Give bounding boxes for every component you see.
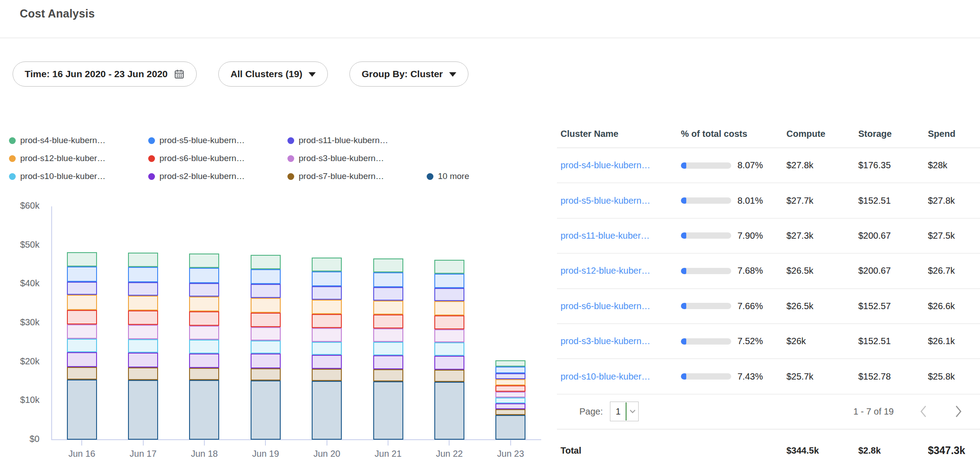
time-range-filter[interactable]: Time: 16 Jun 2020 - 23 Jun 2020 — [13, 61, 197, 87]
bar-segment[interactable] — [373, 315, 403, 328]
bar-segment[interactable] — [67, 367, 97, 380]
bar-segment[interactable] — [251, 313, 281, 327]
legend-item[interactable]: prod-s6-blue-kubern… — [148, 153, 287, 163]
bar-segment[interactable] — [434, 356, 464, 370]
bar-segment[interactable] — [312, 328, 342, 341]
bar-segment[interactable] — [67, 310, 97, 325]
bar-segment[interactable] — [312, 342, 342, 355]
bar-segment[interactable] — [128, 325, 158, 339]
bar-segment[interactable] — [251, 255, 281, 269]
bar-segment[interactable] — [67, 267, 97, 282]
bar-segment[interactable] — [128, 380, 158, 440]
bar-segment[interactable] — [189, 283, 219, 297]
bar-segment[interactable] — [251, 269, 281, 284]
legend-item[interactable]: prod-s3-blue-kubern… — [287, 153, 427, 163]
cluster-name-link[interactable]: prod-s11-blue-kuber… — [561, 231, 681, 241]
bar-segment[interactable] — [495, 373, 525, 379]
bar-segment[interactable] — [495, 367, 525, 373]
bar-segment[interactable] — [189, 326, 219, 340]
bar-segment[interactable] — [251, 327, 281, 341]
bar-segment[interactable] — [373, 258, 403, 272]
bar-segment[interactable] — [495, 392, 525, 398]
bar-segment[interactable] — [67, 324, 97, 338]
bar-segment[interactable] — [189, 368, 219, 380]
legend-item[interactable]: prod-s11-blue-kubern… — [287, 135, 427, 145]
group-by-dropdown[interactable]: Group By: Cluster — [349, 61, 468, 87]
cluster-name-link[interactable]: prod-s12-blue-kuber… — [561, 266, 681, 276]
page-select[interactable]: 1 — [610, 402, 639, 421]
bar-segment[interactable] — [128, 310, 158, 325]
bar-segment[interactable] — [312, 300, 342, 314]
bar-segment[interactable] — [434, 288, 464, 301]
bar-segment[interactable] — [67, 252, 97, 267]
cluster-name-link[interactable]: prod-s10-blue-kuber… — [561, 371, 681, 382]
bar-segment[interactable] — [312, 355, 342, 369]
bar-segment[interactable] — [373, 355, 403, 369]
bar-segment[interactable] — [128, 282, 158, 296]
bar-segment[interactable] — [128, 367, 158, 380]
bar-segment[interactable] — [312, 286, 342, 300]
bar-segment[interactable] — [495, 398, 525, 403]
bar-segment[interactable] — [189, 354, 219, 368]
bar-segment[interactable] — [434, 382, 464, 440]
bar-segment[interactable] — [434, 370, 464, 382]
bar-segment[interactable] — [189, 311, 219, 326]
previous-page-chevron-icon[interactable] — [914, 402, 932, 421]
bar-segment[interactable] — [251, 380, 281, 440]
bar-segment[interactable] — [67, 282, 97, 295]
legend-item[interactable]: prod-s12-blue-kuber… — [9, 153, 148, 163]
bar-segment[interactable] — [434, 301, 464, 315]
bar-segment[interactable] — [373, 301, 403, 315]
bar-segment[interactable] — [312, 314, 342, 328]
cluster-name-link[interactable]: prod-s6-blue-kubern… — [561, 301, 681, 311]
bar-segment[interactable] — [312, 271, 342, 286]
cluster-name-link[interactable]: prod-s3-blue-kubern… — [561, 336, 681, 346]
bar-segment[interactable] — [251, 298, 281, 313]
bar-segment[interactable] — [495, 409, 525, 415]
bar-segment[interactable] — [251, 354, 281, 368]
cluster-name-link[interactable]: prod-s5-blue-kubern… — [561, 196, 681, 206]
bar-segment[interactable] — [495, 379, 525, 385]
bar-segment[interactable] — [312, 369, 342, 381]
bar-segment[interactable] — [495, 415, 525, 440]
bar-segment[interactable] — [67, 380, 97, 440]
bar-segment[interactable] — [434, 329, 464, 342]
bar-segment[interactable] — [373, 328, 403, 342]
bar-segment[interactable] — [373, 287, 403, 300]
next-page-chevron-icon[interactable] — [949, 402, 967, 421]
bar-segment[interactable] — [251, 341, 281, 354]
legend-item[interactable]: prod-s7-blue-kubern… — [287, 171, 427, 181]
bar-segment[interactable] — [128, 253, 158, 267]
bar-segment[interactable] — [434, 342, 464, 355]
clusters-filter-dropdown[interactable]: All Clusters (19) — [218, 61, 328, 87]
bar-segment[interactable] — [251, 284, 281, 297]
bar-segment[interactable] — [434, 274, 464, 288]
bar-segment[interactable] — [373, 272, 403, 287]
legend-item[interactable]: prod-s4-blue-kubern… — [9, 135, 148, 145]
bar-segment[interactable] — [373, 369, 403, 381]
bar-segment[interactable] — [189, 253, 219, 268]
bar-segment[interactable] — [128, 296, 158, 310]
legend-item[interactable]: 10 more — [427, 171, 469, 181]
bar-segment[interactable] — [373, 342, 403, 355]
bar-segment[interactable] — [189, 268, 219, 283]
bar-segment[interactable] — [128, 339, 158, 353]
bar-segment[interactable] — [312, 381, 342, 440]
bar-segment[interactable] — [189, 297, 219, 311]
bar-segment[interactable] — [189, 380, 219, 440]
bar-segment[interactable] — [312, 258, 342, 271]
bar-segment[interactable] — [495, 385, 525, 392]
bar-segment[interactable] — [67, 339, 97, 352]
bar-segment[interactable] — [434, 315, 464, 329]
bar-segment[interactable] — [251, 368, 281, 381]
bar-segment[interactable] — [128, 267, 158, 282]
cluster-name-link[interactable]: prod-s4-blue-kubern… — [561, 160, 681, 170]
bar-segment[interactable] — [495, 360, 525, 367]
bar-segment[interactable] — [373, 381, 403, 440]
legend-item[interactable]: prod-s10-blue-kuber… — [9, 171, 148, 181]
legend-item[interactable]: prod-s5-blue-kubern… — [148, 135, 287, 145]
legend-item[interactable]: prod-s2-blue-kubern… — [148, 171, 287, 181]
bar-segment[interactable] — [128, 353, 158, 367]
bar-segment[interactable] — [67, 295, 97, 310]
bar-segment[interactable] — [189, 340, 219, 353]
